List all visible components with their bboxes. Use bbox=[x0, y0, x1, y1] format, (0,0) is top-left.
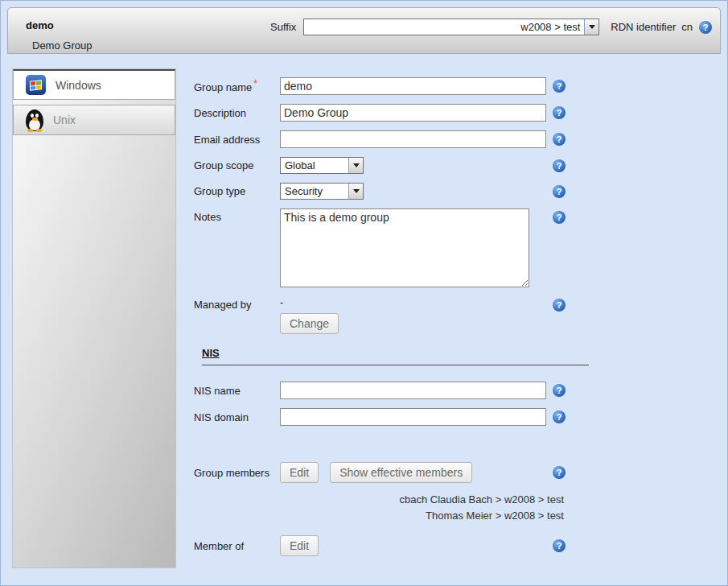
suffix-select-value: w2008 > test bbox=[304, 21, 584, 33]
suffix-row: Suffix w2008 > test RDN identifier cn ? bbox=[270, 19, 712, 35]
show-effective-members-button[interactable]: Show effective members bbox=[330, 462, 472, 483]
email-input[interactable] bbox=[280, 130, 546, 148]
tab-unix[interactable]: Unix bbox=[13, 105, 175, 135]
group-scope-row: Group scope Global ? bbox=[194, 157, 566, 174]
help-icon[interactable]: ? bbox=[553, 211, 566, 224]
nis-domain-row: NIS domain ? bbox=[194, 408, 566, 426]
page-header: demo Demo Group Suffix w2008 > test RDN … bbox=[7, 7, 721, 54]
module-sidebar: Windows Unix bbox=[12, 68, 176, 568]
nis-name-input[interactable] bbox=[280, 382, 546, 399]
group-type-select[interactable]: Security bbox=[280, 183, 364, 200]
help-icon[interactable]: ? bbox=[553, 384, 566, 397]
member-of-label: Member of bbox=[194, 540, 280, 552]
help-icon[interactable]: ? bbox=[553, 411, 566, 423]
description-input[interactable] bbox=[280, 104, 546, 122]
page-title: demo bbox=[26, 19, 54, 31]
windows-icon bbox=[26, 75, 46, 95]
group-type-label: Group type bbox=[194, 185, 280, 197]
email-label: Email address bbox=[194, 134, 280, 146]
nis-section-header: NIS bbox=[202, 347, 589, 365]
group-members-edit-button[interactable]: Edit bbox=[280, 462, 319, 483]
group-scope-value: Global bbox=[281, 159, 348, 171]
managed-by-value: - bbox=[280, 296, 546, 308]
description-row: Description ? bbox=[194, 104, 566, 122]
help-icon[interactable]: ? bbox=[699, 21, 712, 34]
group-name-row: Group name* ? bbox=[194, 77, 566, 95]
help-icon[interactable]: ? bbox=[553, 466, 566, 479]
group-members-label: Group members bbox=[194, 467, 280, 479]
help-icon[interactable]: ? bbox=[553, 299, 566, 312]
group-member-list: cbach Claudia Bach > w2008 > test Thomas… bbox=[194, 492, 566, 524]
nis-domain-input[interactable] bbox=[280, 408, 546, 426]
nis-domain-label: NIS domain bbox=[194, 411, 280, 423]
help-icon[interactable]: ? bbox=[553, 133, 566, 146]
help-icon[interactable]: ? bbox=[553, 106, 566, 119]
group-edit-page: demo Demo Group Suffix w2008 > test RDN … bbox=[0, 0, 728, 586]
dropdown-arrow-icon[interactable] bbox=[584, 19, 598, 35]
list-item: Thomas Meier > w2008 > test bbox=[194, 508, 566, 524]
suffix-select[interactable]: w2008 > test bbox=[303, 19, 599, 35]
dropdown-arrow-icon[interactable] bbox=[348, 184, 363, 199]
dropdown-arrow-icon[interactable] bbox=[348, 158, 363, 173]
page-subtitle: Demo Group bbox=[32, 39, 92, 52]
description-label: Description bbox=[194, 107, 280, 119]
group-members-row: Group members Edit Show effective member… bbox=[194, 462, 566, 483]
group-type-row: Group type Security ? bbox=[194, 183, 566, 200]
change-button[interactable]: Change bbox=[280, 313, 339, 334]
managed-by-change-row: Change bbox=[194, 313, 566, 334]
group-name-label: Group name* bbox=[194, 78, 280, 93]
list-item: cbach Claudia Bach > w2008 > test bbox=[194, 492, 566, 508]
group-scope-select[interactable]: Global bbox=[280, 157, 364, 174]
help-icon[interactable]: ? bbox=[553, 539, 566, 552]
email-row: Email address ? bbox=[194, 130, 566, 148]
rdn-identifier-label: RDN identifier bbox=[611, 21, 676, 33]
nis-name-label: NIS name bbox=[194, 385, 280, 397]
notes-row: Notes This is a demo group ? bbox=[194, 208, 566, 287]
group-type-value: Security bbox=[281, 185, 348, 197]
nis-name-row: NIS name ? bbox=[194, 382, 566, 399]
group-form: Group name* ? Description ? Email addres… bbox=[194, 77, 566, 565]
nis-section-title: NIS bbox=[202, 347, 220, 359]
notes-label: Notes bbox=[194, 208, 280, 223]
managed-by-row: Managed by - ? bbox=[194, 296, 566, 312]
unix-tux-icon bbox=[26, 109, 43, 131]
group-scope-label: Group scope bbox=[194, 159, 280, 171]
help-icon[interactable]: ? bbox=[553, 185, 566, 198]
tab-windows[interactable]: Windows bbox=[13, 69, 175, 100]
member-of-edit-button[interactable]: Edit bbox=[280, 535, 319, 556]
member-of-row: Member of Edit ? bbox=[194, 535, 566, 556]
rdn-identifier-value: cn bbox=[681, 21, 693, 33]
managed-by-label: Managed by bbox=[194, 296, 280, 311]
help-icon[interactable]: ? bbox=[553, 159, 566, 172]
tab-windows-label: Windows bbox=[56, 79, 101, 92]
tab-unix-label: Unix bbox=[53, 113, 76, 126]
group-name-input[interactable] bbox=[280, 77, 546, 95]
required-marker: * bbox=[253, 78, 257, 89]
suffix-label: Suffix bbox=[270, 21, 296, 33]
notes-textarea[interactable]: This is a demo group bbox=[280, 208, 529, 287]
help-icon[interactable]: ? bbox=[553, 80, 566, 93]
